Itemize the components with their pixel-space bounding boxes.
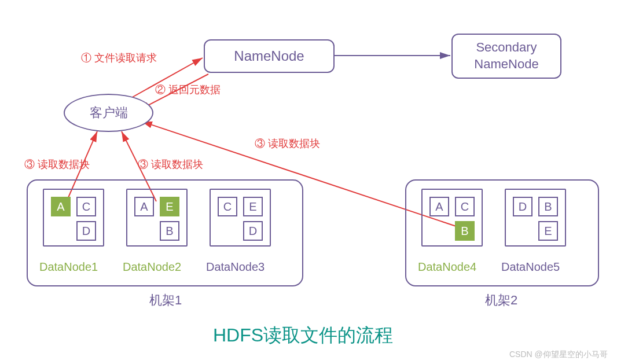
datanode3-box: C E D <box>210 189 271 247</box>
rack1-label: 机架1 <box>149 292 182 309</box>
dn4-block-a: A <box>429 197 449 216</box>
datanode2-box: A E B <box>126 189 188 247</box>
dn1-block-c: C <box>76 197 96 216</box>
client-ellipse: 客户端 <box>64 94 153 132</box>
label-read-1: ③ 读取数据块 <box>24 157 90 171</box>
rack2-label: 机架2 <box>485 292 517 309</box>
watermark: CSDN @仰望星空的小马哥 <box>509 350 608 360</box>
dn3-block-e: E <box>243 197 263 216</box>
datanode4-box: A C B <box>421 189 483 247</box>
dn1-label: DataNode1 <box>39 260 98 274</box>
dn2-block-e: E <box>160 197 179 216</box>
dn3-block-c: C <box>218 197 237 216</box>
namenode-label: NameNode <box>234 47 304 65</box>
label-read-2: ③ 读取数据块 <box>138 157 203 171</box>
dn5-label: DataNode5 <box>501 260 560 274</box>
label-read-3: ③ 读取数据块 <box>255 137 320 150</box>
label-return: ② 返回元数据 <box>155 83 221 97</box>
client-label: 客户端 <box>90 104 128 122</box>
dn4-block-b: B <box>455 221 475 241</box>
label-request: ① 文件读取请求 <box>81 51 157 65</box>
dn3-label: DataNode3 <box>206 260 265 274</box>
dn2-label: DataNode2 <box>123 260 181 274</box>
secondary-label: Secondary NameNode <box>474 39 538 72</box>
secondary-namenode-box: Secondary NameNode <box>451 34 561 79</box>
datanode1-box: A C D <box>43 189 104 247</box>
dn5-block-e: E <box>538 221 558 241</box>
dn5-block-b: B <box>538 197 558 216</box>
dn1-block-d: D <box>76 221 96 241</box>
dn2-block-a: A <box>134 197 154 216</box>
namenode-box: NameNode <box>204 39 335 73</box>
dn5-block-d: D <box>513 197 532 216</box>
dn4-block-c: C <box>455 197 475 216</box>
dn1-block-a: A <box>51 197 71 216</box>
datanode5-box: D B E <box>505 189 566 247</box>
dn3-block-d: D <box>243 221 263 241</box>
diagram-title: HDFS读取文件的流程 <box>213 323 393 348</box>
dn4-label: DataNode4 <box>418 260 476 274</box>
dn2-block-b: B <box>160 221 179 241</box>
